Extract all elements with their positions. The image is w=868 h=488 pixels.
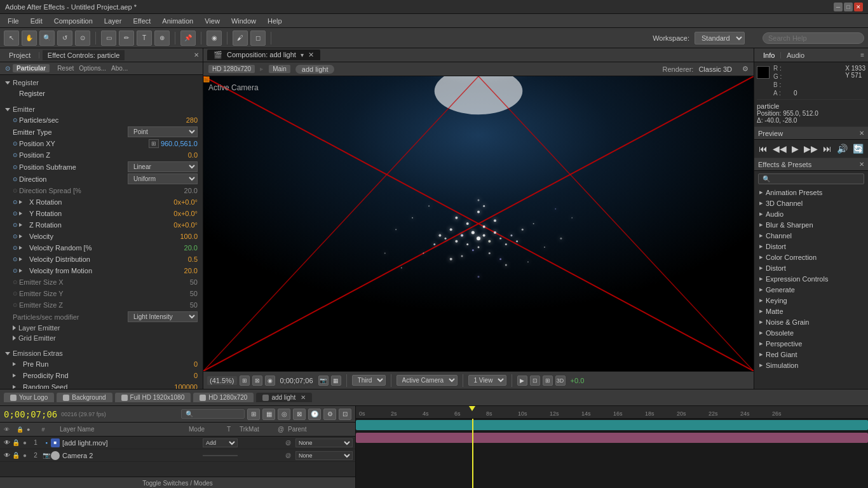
val-velocity[interactable]: 100.0 xyxy=(180,233,198,240)
cat-color-correction[interactable]: ▸ Color Correction xyxy=(754,252,868,262)
cat-simulation[interactable]: ▸ Simulation xyxy=(754,360,868,370)
cat-noise-grain[interactable]: ▸ Noise & Grain xyxy=(754,316,868,327)
tab-audio[interactable]: Audio xyxy=(782,50,810,60)
cat-keying[interactable]: ▸ Keying xyxy=(754,295,868,306)
comp-name-btn[interactable]: add light xyxy=(295,65,335,74)
view-layout-select[interactable]: 1 View xyxy=(468,375,506,386)
emitter-header[interactable]: Emitter xyxy=(0,104,203,114)
effects-search-input[interactable] xyxy=(758,173,864,184)
sw-zrot[interactable]: ⊙ xyxy=(13,222,18,228)
zoom-display[interactable]: (41.5%) xyxy=(207,376,237,385)
search-help-input[interactable] xyxy=(763,32,864,44)
tab-your-logo[interactable]: Your Logo xyxy=(4,393,54,402)
vc-snap[interactable]: ⊠ xyxy=(252,376,262,386)
tri-velmotion[interactable] xyxy=(19,267,27,274)
menu-help[interactable]: Help xyxy=(262,16,287,26)
layer1-lock[interactable]: 🔒 xyxy=(11,439,20,446)
layer1-visibility[interactable]: 👁 xyxy=(3,439,11,446)
minimize-button[interactable]: ─ xyxy=(834,3,843,11)
vc-checker[interactable]: ▦ xyxy=(331,376,341,386)
tab-project[interactable]: Project xyxy=(4,50,36,60)
register-header[interactable]: Register xyxy=(0,78,203,88)
tri-xrot[interactable] xyxy=(19,198,27,206)
reset-btn[interactable]: Reset xyxy=(57,65,74,72)
prev-audio[interactable]: 🔊 xyxy=(836,142,849,155)
comp-tab-x[interactable]: ✕ xyxy=(308,51,314,58)
preview-menu[interactable]: ✕ xyxy=(859,130,864,137)
close-button[interactable]: ✕ xyxy=(854,3,863,11)
select-direction[interactable]: Uniform xyxy=(128,173,198,184)
view-badge[interactable]: Main xyxy=(269,65,290,73)
tool-text[interactable]: T xyxy=(137,30,152,46)
sw-velmotion[interactable]: ⊙ xyxy=(13,268,18,274)
tl-btn4[interactable]: ⊠ xyxy=(293,409,306,420)
menu-composition[interactable]: Composition xyxy=(49,16,98,26)
tool-clone[interactable]: ⊕ xyxy=(154,30,170,46)
val-random-seed[interactable]: 100000 xyxy=(174,383,198,389)
cat-audio[interactable]: ▸ Audio xyxy=(754,208,868,219)
val-pre-run[interactable]: 0 xyxy=(194,360,198,368)
maximize-button[interactable]: □ xyxy=(844,3,853,11)
resolution-badge[interactable]: HD 1280x720 xyxy=(208,65,255,73)
cat-channel[interactable]: ▸ Channel xyxy=(754,230,868,241)
layer2-parent[interactable]: None xyxy=(295,451,353,460)
timecode-display[interactable]: 0;00;07;06 xyxy=(280,377,313,384)
tool-zoom[interactable]: 🔍 xyxy=(39,30,55,46)
tl-btn5[interactable]: 🕐 xyxy=(308,409,321,420)
prev-last[interactable]: ⏭ xyxy=(822,142,833,155)
val-vel-motion[interactable]: 20.0 xyxy=(184,267,198,274)
workspace-select[interactable]: Standard xyxy=(695,32,745,44)
layer2-lock[interactable]: 🔒 xyxy=(11,452,20,459)
toggle-switches-btn[interactable]: Toggle Switches / Modes xyxy=(0,477,355,488)
menu-window[interactable]: Window xyxy=(226,16,261,26)
sw-yrot[interactable]: ⊙ xyxy=(13,210,18,217)
tool-roto[interactable]: ◉ xyxy=(207,30,222,46)
tab-fullhd[interactable]: Full HD 1920x1080 xyxy=(115,393,191,402)
val-y-rotation[interactable]: 0x+0.0° xyxy=(173,210,198,217)
comp-tab-close[interactable]: ▾ xyxy=(301,51,304,58)
val-pos-xy[interactable]: 960.0,561.0 xyxy=(161,140,198,147)
tri-randseed[interactable] xyxy=(13,383,20,389)
tab-hd1280[interactable]: HD 1280x720 xyxy=(193,393,254,402)
tri-zrot[interactable] xyxy=(19,221,27,229)
val-z-rotation[interactable]: 0x+0.0° xyxy=(173,221,198,229)
sw-direction[interactable]: ⊙ xyxy=(13,176,18,182)
layer1-mode[interactable]: Add xyxy=(203,438,238,447)
tool-rotate[interactable]: ↺ xyxy=(57,30,72,46)
select-pos-subframe[interactable]: Linear xyxy=(128,161,198,172)
cat-distort2[interactable]: ▸ Distort xyxy=(754,262,868,273)
tab-background[interactable]: Background xyxy=(57,393,112,402)
menu-edit[interactable]: Edit xyxy=(25,16,48,26)
val-vel-dist[interactable]: 0.5 xyxy=(188,255,198,263)
vc-region[interactable]: ⊡ xyxy=(530,376,540,386)
menu-effect[interactable]: Effect xyxy=(128,16,156,26)
panel-close[interactable]: ✕ xyxy=(194,51,199,58)
tri-prerun[interactable] xyxy=(13,360,20,368)
rp-menu[interactable]: ≡ xyxy=(860,51,864,58)
prev-step-back[interactable]: ◀◀ xyxy=(771,142,788,155)
cat-expression-controls[interactable]: ▸ Expression Controls xyxy=(754,273,868,284)
tab-effect-controls[interactable]: Effect Controls: particle xyxy=(43,50,125,60)
prev-loop[interactable]: 🔄 xyxy=(851,142,865,155)
timeline-playhead[interactable] xyxy=(472,419,473,488)
vc-camera[interactable]: 📷 xyxy=(318,376,329,386)
vc-3d[interactable]: 3D xyxy=(555,376,566,386)
menu-animation[interactable]: Animation xyxy=(157,16,198,26)
tl-btn6[interactable]: ⚙ xyxy=(323,409,336,420)
select-emitter-type[interactable]: Point xyxy=(128,126,198,137)
vc-mask[interactable]: ◉ xyxy=(265,376,275,386)
val-x-rotation[interactable]: 0x+0.0° xyxy=(173,198,198,206)
tri-pernd[interactable] xyxy=(13,372,20,379)
layer-emitter-header[interactable]: Layer Emitter xyxy=(0,323,203,333)
sw-posz[interactable]: ⊙ xyxy=(13,152,18,158)
layer1-name[interactable]: [add light.mov] xyxy=(62,439,203,447)
tab-close-addlight[interactable]: ✕ xyxy=(301,394,306,401)
cat-matte[interactable]: ▸ Matte xyxy=(754,306,868,316)
menu-layer[interactable]: Layer xyxy=(99,16,127,26)
view-select[interactable]: Third xyxy=(352,375,386,386)
tri-yrot[interactable] xyxy=(19,210,27,217)
sw-vel[interactable]: ⊙ xyxy=(13,233,18,240)
val-pos-z[interactable]: 0.0 xyxy=(188,151,198,159)
cat-blur-sharpen[interactable]: ▸ Blur & Sharpen xyxy=(754,219,868,230)
cat-obsolete[interactable]: ▸ Obsolete xyxy=(754,327,868,338)
